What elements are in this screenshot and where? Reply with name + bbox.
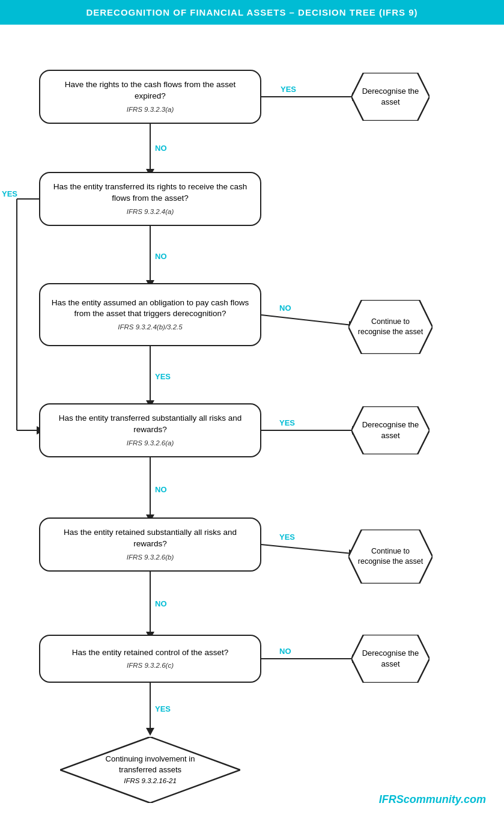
decision-box-6: Has the entity retained control of the a… xyxy=(39,635,261,683)
box3-text: Has the entity assumed an obligation to … xyxy=(49,298,252,320)
svg-text:YES: YES xyxy=(155,704,171,713)
hex4-text: Continue to recognise the asset xyxy=(358,547,423,566)
svg-marker-36 xyxy=(146,728,154,736)
outcome-hex-4: Continue to recognise the asset xyxy=(348,530,433,584)
outcome-hex-5: Derecognise the asset xyxy=(351,635,430,683)
hex2-text: Continue to recognise the asset xyxy=(358,317,423,336)
svg-text:NO: NO xyxy=(279,304,291,313)
svg-text:NO: NO xyxy=(155,252,167,261)
box2-text: Has the entity transferred its rights to… xyxy=(49,182,252,204)
decision-box-5: Has the entity retained substantially al… xyxy=(39,517,261,572)
watermark: IFRScommunity.com xyxy=(379,793,486,806)
header: DERECOGNITION OF FINANCIAL ASSETS – DECI… xyxy=(0,0,504,25)
box4-text: Has the entity transferred substantially… xyxy=(49,413,252,436)
svg-text:YES: YES xyxy=(155,372,171,381)
box1-ref: IFRS 9.3.2.3(a) xyxy=(127,105,174,114)
svg-line-14 xyxy=(261,315,352,325)
svg-text:YES: YES xyxy=(281,85,296,94)
box5-text: Has the entity retained substantially al… xyxy=(49,527,252,550)
svg-text:YES: YES xyxy=(279,418,295,427)
diamond-ref: IFRS 9.3.2.16-21 xyxy=(124,777,177,784)
svg-text:YES: YES xyxy=(2,189,17,198)
svg-text:NO: NO xyxy=(155,599,167,608)
decision-box-4: Has the entity transferred substantially… xyxy=(39,403,261,457)
box6-ref: IFRS 9.3.2.6(c) xyxy=(127,661,174,670)
header-title: DERECOGNITION OF FINANCIAL ASSETS – DECI… xyxy=(86,7,417,17)
outcome-hex-1: Derecognise the asset xyxy=(351,73,430,121)
box4-ref: IFRS 9.3.2.6(a) xyxy=(127,438,174,448)
svg-text:NO: NO xyxy=(279,647,291,656)
outcome-hex-2: Continue to recognise the asset xyxy=(348,300,433,354)
hex1-text: Derecognise the asset xyxy=(362,87,419,106)
box1-text: Have the rights to the cash flows from t… xyxy=(49,79,252,102)
box5-ref: IFRS 9.3.2.6(b) xyxy=(127,552,174,562)
box6-text: Has the entity retained control of the a… xyxy=(72,647,228,659)
box3-ref: IFRS 9.3.2.4(b)/3.2.5 xyxy=(118,322,182,332)
diamond-text: Continuing involvement in transferred as… xyxy=(106,754,195,774)
svg-text:YES: YES xyxy=(279,533,295,542)
outcome-diamond: Continuing involvement in transferred as… xyxy=(60,737,240,803)
decision-box-3: Has the entity assumed an obligation to … xyxy=(39,283,261,346)
svg-line-26 xyxy=(261,545,352,554)
svg-text:NO: NO xyxy=(155,144,167,153)
hex3-text: Derecognise the asset xyxy=(362,420,419,440)
decision-box-1: Have the rights to the cash flows from t… xyxy=(39,70,261,124)
decision-box-2: Has the entity transferred its rights to… xyxy=(39,172,261,226)
hex5-text: Derecognise the asset xyxy=(362,649,419,668)
box2-ref: IFRS 9.3.2.4(a) xyxy=(127,207,174,216)
svg-text:NO: NO xyxy=(155,485,167,494)
outcome-hex-3: Derecognise the asset xyxy=(351,406,430,454)
